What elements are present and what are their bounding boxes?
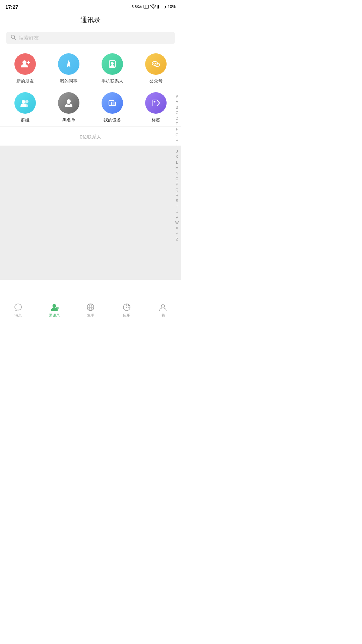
battery-percent: 10%: [168, 4, 176, 9]
page-header: 通讯录: [0, 12, 181, 29]
wifi-icon: [150, 4, 156, 9]
alpha-A[interactable]: A: [174, 99, 180, 104]
tab-discover-label: 发现: [87, 313, 94, 318]
grid-item-blacklist[interactable]: 黑名单: [47, 92, 90, 123]
svg-point-16: [22, 100, 25, 103]
blacklist-icon-circle: [58, 92, 79, 114]
tab-apps[interactable]: 应用: [109, 303, 145, 318]
grid-item-groups[interactable]: 群组: [3, 92, 47, 123]
empty-area: [0, 146, 181, 280]
tab-me-label: 我: [161, 313, 165, 318]
tab-messages[interactable]: 消息: [0, 303, 36, 318]
alpha-J[interactable]: J: [174, 149, 180, 154]
alpha-O[interactable]: O: [174, 176, 180, 181]
alphabet-sidebar: # A B C D E F G H I J K L M N O P Q R S …: [174, 94, 180, 242]
alpha-E[interactable]: E: [174, 121, 180, 126]
tab-me[interactable]: 我: [145, 303, 181, 318]
status-right: ...3.8K/s 10%: [129, 4, 176, 9]
status-bar: 17:27 ...3.8K/s 10%: [0, 0, 181, 12]
alpha-U[interactable]: U: [174, 209, 180, 214]
sim-icon: [143, 5, 149, 9]
alpha-Y[interactable]: Y: [174, 231, 180, 236]
status-time: 17:27: [5, 4, 18, 10]
grid-item-colleagues[interactable]: 我的同事: [47, 53, 90, 84]
tab-messages-label: 消息: [14, 313, 22, 318]
search-container: 搜索好友: [0, 29, 181, 47]
alpha-F[interactable]: F: [174, 127, 180, 132]
alpha-Q[interactable]: Q: [174, 187, 180, 193]
messages-icon: [13, 303, 23, 312]
search-placeholder: 搜索好友: [19, 35, 39, 41]
new-friends-icon-circle: [14, 53, 36, 75]
my-devices-icon-circle: [102, 92, 123, 114]
grid-item-my-devices[interactable]: 我的设备: [90, 92, 134, 123]
phone-contacts-label: 手机联系人: [102, 78, 123, 84]
svg-point-15: [156, 63, 157, 64]
alpha-K[interactable]: K: [174, 154, 180, 159]
svg-point-7: [22, 60, 26, 64]
tab-apps-label: 应用: [123, 313, 130, 318]
phone-contacts-icon-circle: [102, 53, 123, 75]
alpha-B[interactable]: B: [174, 105, 180, 110]
search-icon: [11, 35, 16, 41]
svg-point-24: [53, 304, 56, 308]
tags-label: 标签: [152, 117, 160, 123]
alpha-S[interactable]: S: [174, 198, 180, 203]
svg-rect-22: [111, 102, 116, 105]
alpha-C[interactable]: C: [174, 110, 180, 115]
svg-rect-3: [165, 6, 166, 8]
content-area: 通讯录 搜索好友 新的朋友: [0, 12, 181, 298]
page-title: 通讯录: [80, 16, 101, 23]
alpha-D[interactable]: D: [174, 116, 180, 121]
svg-point-11: [111, 62, 114, 65]
contacts-icon: [50, 303, 59, 312]
svg-point-17: [25, 100, 28, 103]
groups-icon-circle: [14, 92, 36, 114]
new-friends-label: 新的朋友: [16, 78, 34, 84]
alpha-hash[interactable]: #: [174, 94, 180, 99]
grid-item-phone-contacts[interactable]: 手机联系人: [90, 53, 134, 84]
search-bar[interactable]: 搜索好友: [6, 32, 175, 44]
alpha-P[interactable]: P: [174, 182, 180, 187]
discover-icon: [86, 303, 95, 312]
grid-section: 新的朋友 我的同事 手机联系人: [0, 47, 181, 126]
network-speed: ...3.8K/s: [129, 5, 142, 9]
svg-line-6: [14, 38, 16, 40]
alpha-I[interactable]: I: [174, 144, 180, 149]
tab-contacts[interactable]: 通讯录: [36, 303, 72, 318]
blacklist-label: 黑名单: [62, 117, 75, 123]
apps-icon: [122, 303, 131, 312]
contact-count: 0位联系人: [0, 126, 181, 146]
colleagues-icon-circle: [58, 53, 79, 75]
svg-rect-4: [158, 5, 159, 8]
colleagues-label: 我的同事: [60, 78, 77, 84]
tags-icon-circle: [145, 92, 167, 114]
alpha-G[interactable]: G: [174, 132, 180, 138]
tab-bar: 消息 通讯录 发现: [0, 298, 181, 322]
alpha-M[interactable]: M: [174, 165, 180, 170]
svg-rect-0: [144, 5, 148, 8]
grid-item-tags[interactable]: 标签: [134, 92, 178, 123]
alpha-R[interactable]: R: [174, 193, 180, 198]
grid-item-new-friends[interactable]: 新的朋友: [3, 53, 47, 84]
svg-point-36: [161, 305, 165, 308]
tab-discover[interactable]: 发现: [72, 303, 109, 318]
alpha-W[interactable]: W: [174, 220, 180, 225]
svg-point-23: [154, 101, 156, 103]
public-account-icon-circle: [145, 53, 167, 75]
battery-icon: [158, 5, 166, 9]
me-icon: [158, 303, 168, 312]
alpha-N[interactable]: N: [174, 171, 180, 176]
alpha-L[interactable]: L: [174, 160, 180, 165]
alpha-H[interactable]: H: [174, 138, 180, 143]
svg-point-32: [126, 307, 127, 308]
alpha-V[interactable]: V: [174, 215, 180, 220]
tab-contacts-label: 通讯录: [49, 313, 60, 318]
svg-rect-19: [67, 104, 70, 105]
alpha-Z[interactable]: Z: [174, 237, 180, 242]
grid-item-public-account[interactable]: 公众号: [134, 53, 178, 84]
alpha-X[interactable]: X: [174, 226, 180, 231]
svg-line-34: [128, 305, 129, 306]
alpha-T[interactable]: T: [174, 204, 180, 209]
svg-point-18: [67, 99, 71, 103]
